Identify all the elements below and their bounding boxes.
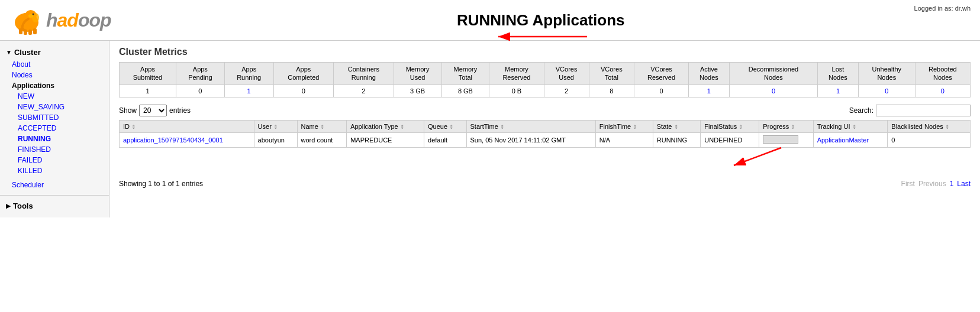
svg-rect-5 [19,28,22,34]
col-id[interactable]: ID ⇕ [120,120,254,132]
new-link[interactable]: NEW [18,92,34,100]
col-active-nodes: ActiveNodes [689,63,730,85]
col-unhealthy-nodes: UnhealthyNodes [858,63,915,85]
name-sort-icon: ⇕ [320,124,325,130]
apps-table: ID ⇕ User ⇕ Name ⇕ Application Type ⇕ Qu… [119,120,971,148]
cluster-metrics-table: AppsSubmitted AppsPending AppsRunning Ap… [119,62,971,98]
submitted-link[interactable]: SUBMITTED [18,113,59,122]
cell-tracking-ui[interactable]: ApplicationMaster [813,132,888,147]
svg-rect-6 [24,30,27,35]
svg-rect-8 [33,28,37,34]
login-info: Logged in as: dr.wh [914,5,971,12]
sidebar-item-submitted[interactable]: SUBMITTED [0,112,109,123]
col-rebooted-nodes: RebootedNodes [915,63,970,85]
page-title: RUNNING Applications [457,11,625,29]
sidebar-item-killed[interactable]: KILLED [0,165,109,176]
sidebar-item-about[interactable]: About [0,59,109,70]
search-input[interactable] [876,105,971,116]
val-apps-running[interactable]: 1 [224,84,273,97]
about-link[interactable]: About [12,60,30,69]
val-unhealthy-nodes[interactable]: 0 [858,84,915,97]
sidebar-item-finished[interactable]: FINISHED [0,144,109,155]
svg-line-15 [734,148,781,165]
finished-link[interactable]: FINISHED [18,145,51,154]
sidebar-item-accepted[interactable]: ACCEPTED [0,123,109,134]
sidebar-item-nodes[interactable]: Nodes [0,70,109,80]
col-progress[interactable]: Progress ⇕ [759,120,813,132]
col-start-time[interactable]: StartTime ⇕ [466,120,595,132]
active-nodes-link[interactable]: 1 [707,87,711,95]
show-label: Show [119,106,137,115]
last-page-button[interactable]: Last [957,180,971,188]
sidebar-item-scheduler[interactable]: Scheduler [0,180,109,190]
col-queue[interactable]: Queue ⇕ [424,120,466,132]
decommissioned-nodes-link[interactable]: 0 [772,87,775,95]
svg-point-9 [28,14,33,18]
user-sort-icon: ⇕ [273,124,278,130]
header: hadoop RUNNING Applications Logged in as… [0,0,980,41]
tools-label: Tools [13,202,33,210]
failed-link[interactable]: FAILED [18,156,42,164]
rebooted-nodes-link[interactable]: 0 [941,87,944,95]
col-app-type[interactable]: Application Type ⇕ [347,120,424,132]
col-vcores-total: VCoresTotal [589,63,634,85]
val-apps-pending: 0 [176,84,224,97]
pagination: Showing 1 to 1 of 1 entries First Previo… [119,177,971,190]
col-name[interactable]: Name ⇕ [297,120,347,132]
col-finish-time[interactable]: FinishTime ⇕ [595,120,653,132]
accepted-link[interactable]: ACCEPTED [18,124,56,132]
tools-section-header[interactable]: ▶ Tools [0,199,109,213]
col-memory-used: MemoryUsed [394,63,441,85]
col-state[interactable]: State ⇕ [653,120,701,132]
svg-rect-7 [28,30,32,35]
running-link[interactable]: RUNNING [18,135,51,143]
val-rebooted-nodes[interactable]: 0 [915,84,970,97]
val-memory-used: 3 GB [394,84,441,97]
col-apps-completed: AppsCompleted [273,63,334,85]
cluster-section-header[interactable]: ▼ Cluster [0,46,109,59]
col-user[interactable]: User ⇕ [254,120,297,132]
page-buttons: First Previous 1 Last [901,180,971,188]
sidebar-item-applications: Applications [0,80,109,91]
showing-text: Showing 1 to 1 of 1 entries [119,180,203,188]
trackingui-sort-icon: ⇕ [852,124,857,130]
col-memory-reserved: MemoryReserved [489,63,544,85]
current-page: 1 [950,180,954,188]
col-blacklisted-nodes[interactable]: Blacklisted Nodes ⇕ [888,120,971,132]
val-active-nodes[interactable]: 1 [689,84,730,97]
search-area: Search: [849,105,971,116]
tracking-ui-link[interactable]: ApplicationMaster [817,136,869,144]
val-decommissioned-nodes[interactable]: 0 [729,84,817,97]
cell-id[interactable]: application_1507971540434_0001 [120,132,254,147]
previous-page-button[interactable]: Previous [918,180,946,188]
col-decommissioned-nodes: DecommissionedNodes [729,63,817,85]
unhealthy-nodes-link[interactable]: 0 [885,87,888,95]
main-content: Cluster Metrics AppsSubmitted AppsPendin… [109,41,980,217]
cell-queue: default [424,132,466,147]
col-apps-submitted: AppsSubmitted [120,63,176,85]
sidebar-item-running[interactable]: RUNNING [0,134,109,144]
entries-select[interactable]: 20 10 25 50 100 [139,105,167,116]
entries-label: entries [169,106,191,115]
col-tracking-ui[interactable]: Tracking UI ⇕ [813,120,888,132]
sidebar-item-failed[interactable]: FAILED [0,155,109,165]
val-apps-submitted: 1 [120,84,176,97]
blacklisted-sort-icon: ⇕ [945,124,950,130]
col-containers-running: ContainersRunning [334,63,394,85]
lost-nodes-link[interactable]: 1 [836,87,840,95]
first-page-button[interactable]: First [901,180,915,188]
new-saving-link[interactable]: NEW_SAVING [18,103,65,111]
val-vcores-used: 2 [544,84,589,97]
apps-running-link[interactable]: 1 [247,87,251,95]
val-vcores-reserved: 0 [634,84,688,97]
killed-link[interactable]: KILLED [18,167,42,175]
val-containers-running: 2 [334,84,394,97]
nodes-link[interactable]: Nodes [12,71,33,79]
app-id-link[interactable]: application_1507971540434_0001 [123,136,223,144]
sidebar-item-new[interactable]: NEW [0,91,109,102]
sidebar-item-new-saving[interactable]: NEW_SAVING [0,102,109,112]
col-final-status[interactable]: FinalStatus ⇕ [701,120,759,132]
val-lost-nodes[interactable]: 1 [818,84,859,97]
scheduler-link[interactable]: Scheduler [12,181,44,189]
logo-area: hadoop [9,5,111,35]
